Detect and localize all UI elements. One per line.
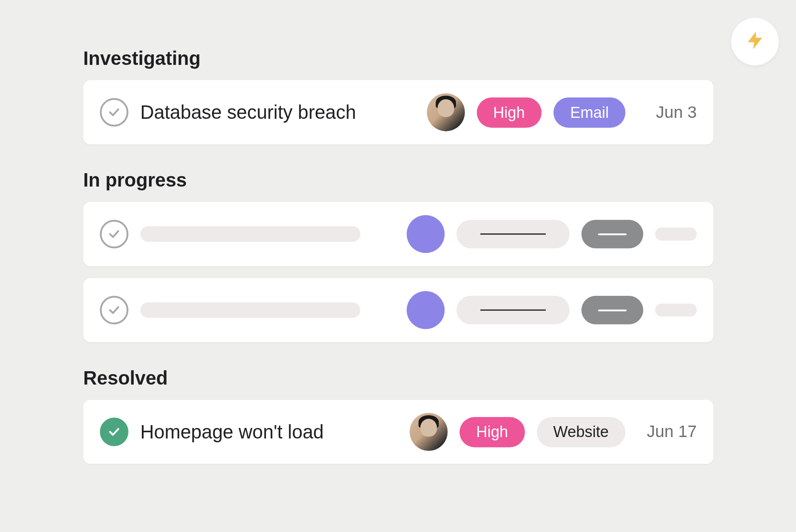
assignee-avatar[interactable] [426,93,465,131]
source-pill-placeholder [582,220,643,249]
task-due-date-placeholder [655,303,697,316]
task-due-date-placeholder [655,228,697,240]
task-row-placeholder[interactable] [83,202,713,266]
task-row[interactable]: Database security breach High Email Jun … [83,80,713,144]
priority-pill-placeholder [456,296,570,324]
complete-task-checkbox[interactable] [100,296,128,324]
complete-task-checkbox[interactable] [100,417,128,446]
assignee-avatar[interactable] [410,413,448,451]
section-investigating: Investigating Database security breach H… [83,48,713,145]
task-title: Database security breach [140,101,415,123]
quick-action-button[interactable] [731,18,779,65]
task-title: Homepage won't load [140,421,398,443]
section-title: Resolved [83,367,713,389]
source-pill-placeholder [582,296,643,324]
complete-task-checkbox[interactable] [100,220,128,249]
task-title-placeholder [140,303,361,318]
task-due-date: Jun 3 [637,103,697,122]
task-row[interactable]: Homepage won't load High Website Jun 17 [83,400,713,464]
source-pill[interactable]: Website [537,417,626,447]
priority-pill[interactable]: High [459,417,524,447]
priority-pill[interactable]: High [477,97,541,127]
assignee-avatar-placeholder[interactable] [407,215,445,253]
assignee-avatar-placeholder[interactable] [407,291,445,329]
priority-pill-placeholder [456,220,570,249]
section-in-progress: In progress [83,169,713,342]
task-row-placeholder[interactable] [83,278,713,342]
lightning-icon [744,30,766,53]
source-pill[interactable]: Email [553,97,626,127]
complete-task-checkbox[interactable] [100,98,128,126]
section-resolved: Resolved Homepage won't load High Websit… [83,367,713,464]
task-title-placeholder [140,226,361,241]
section-title: Investigating [83,48,713,70]
task-board: Investigating Database security breach H… [0,0,796,500]
task-due-date: Jun 17 [637,422,697,441]
section-title: In progress [83,169,713,191]
